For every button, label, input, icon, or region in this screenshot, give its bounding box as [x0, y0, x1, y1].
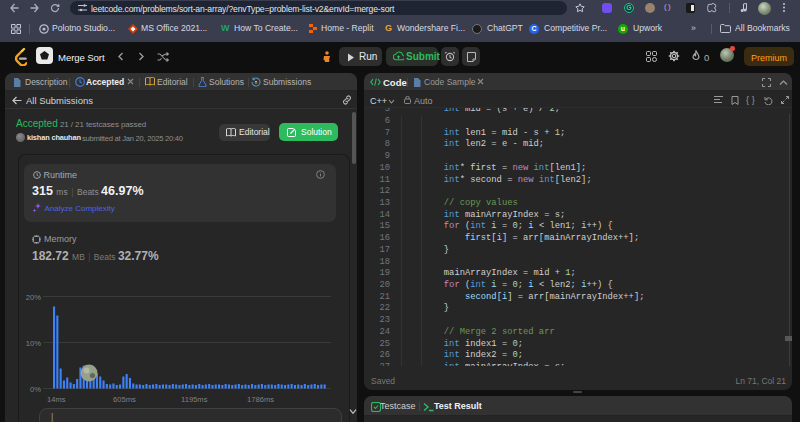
- svg-text:605ms: 605ms: [113, 395, 136, 404]
- svg-text:1786ms: 1786ms: [247, 395, 274, 404]
- svg-text:10%: 10%: [26, 338, 41, 347]
- svg-text:1195ms: 1195ms: [181, 395, 208, 404]
- svg-text:0%: 0%: [30, 384, 41, 393]
- svg-text:20%: 20%: [26, 292, 41, 301]
- svg-text:14ms: 14ms: [47, 395, 66, 404]
